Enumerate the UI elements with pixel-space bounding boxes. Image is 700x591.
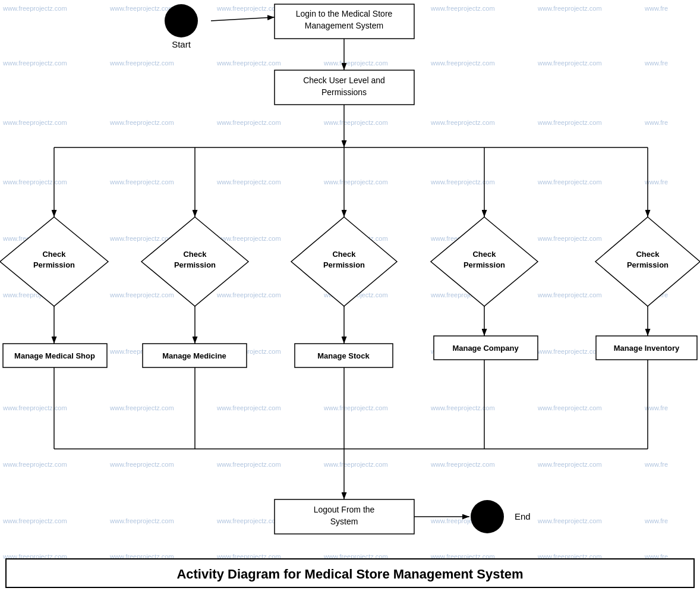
manage-medicine-text: Manage Medicine: [162, 351, 226, 360]
check-permission-text2b: Permission: [174, 260, 216, 269]
check-permission-text1b: Permission: [33, 260, 75, 269]
manage-inventory-text: Manage Inventory: [614, 344, 680, 353]
check-permission-text4a: Check: [472, 250, 496, 259]
logout-text-line2: System: [330, 517, 358, 526]
svg-line-1: [211, 17, 275, 21]
check-permission-text4b: Permission: [463, 260, 505, 269]
check-permission-text3a: Check: [332, 250, 356, 259]
check-permission-text5a: Check: [636, 250, 660, 259]
end-label: End: [515, 511, 531, 521]
check-permission-text1a: Check: [42, 250, 66, 259]
login-text-line1: Login to the Medical Store: [296, 9, 393, 18]
end-circle: [471, 500, 504, 533]
check-user-level-text2: Permissions: [321, 87, 367, 97]
check-user-level-text1: Check User Level and: [303, 76, 385, 85]
check-permission-text2a: Check: [183, 250, 207, 259]
start-label: Start: [172, 39, 191, 49]
manage-stock-text: Manage Stock: [317, 351, 370, 360]
logout-text-line1: Logout From the: [314, 505, 375, 514]
diagram-container: www.freeprojectz.com www.freeprojectz.co…: [0, 0, 700, 591]
manage-medical-shop-text: Manage Medical Shop: [14, 351, 95, 360]
manage-company-text: Manage Company: [452, 344, 519, 353]
diagram-title: Activity Diagram for Medical Store Manag…: [176, 567, 523, 581]
start-circle: [165, 4, 198, 37]
check-permission-text3b: Permission: [323, 260, 365, 269]
login-text-line2: Management System: [305, 21, 383, 30]
check-permission-text5b: Permission: [627, 260, 669, 269]
activity-diagram-svg: Start Login to the Medical Store Managem…: [0, 0, 700, 591]
